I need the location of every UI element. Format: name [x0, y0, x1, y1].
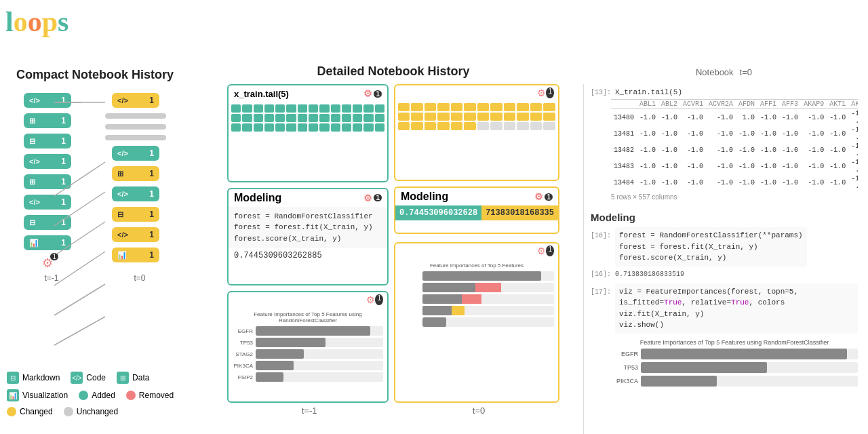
grid-cell	[490, 103, 502, 111]
bar-row: STAG2	[233, 349, 383, 359]
detail-card-xtrain: x_train.tail(5) ⚙1	[227, 84, 389, 182]
cell-pill-code-teal3[interactable]: </>1	[112, 186, 159, 201]
grid-cell	[504, 122, 516, 130]
grid-cell	[342, 123, 351, 132]
barchart-left: Feature Importances of Top 5 Features us…	[229, 307, 387, 388]
bar-row	[399, 283, 554, 292]
list-item: </>1	[112, 93, 159, 108]
bar-row	[399, 317, 554, 327]
cell-pill-code3[interactable]: </>1	[24, 195, 71, 210]
th-acvr1: ACVR1	[680, 100, 706, 109]
code-legend-label: Code	[86, 373, 106, 382]
xtrain-grid-right	[395, 100, 558, 133]
modeling-code-left: forest = RandomForestClassifier forest =…	[229, 207, 387, 249]
bar-label: FSIP2	[233, 374, 253, 380]
grid-cell	[319, 104, 329, 113]
grid-cell	[242, 123, 252, 132]
added-dot	[79, 391, 88, 400]
cell-pill-code2[interactable]: </>1	[24, 154, 71, 169]
legend-code: </> Code	[71, 372, 106, 384]
th-aff1: AFF1	[757, 100, 779, 109]
cell-pill-code-yellow2[interactable]: </>1	[112, 227, 159, 242]
gear-icon-left: ⚙1	[42, 256, 53, 271]
legend-markdown: ⊟ Markdown	[7, 372, 60, 384]
grid-cell	[490, 122, 502, 130]
unchanged-dot	[64, 407, 73, 416]
list-item: </>1	[24, 195, 71, 210]
grid-cell	[517, 113, 529, 121]
xtrain-grid	[229, 102, 387, 134]
data-legend-icon: ⊞	[117, 372, 129, 384]
cell-pill-code-yellow[interactable]: </>1	[112, 93, 159, 108]
grid-cell	[411, 103, 423, 111]
th-aff3: AFF3	[779, 100, 801, 109]
cell-pill-unchanged3[interactable]	[105, 135, 166, 140]
cell-pill-viz-yellow[interactable]: 📊1	[112, 248, 159, 262]
grid-cell	[254, 114, 263, 122]
grid-cell	[375, 123, 384, 132]
grid-cell	[242, 114, 252, 122]
th-akt2: AKT2	[848, 100, 858, 109]
cell-pill-data-yellow[interactable]: ⊞1	[112, 166, 159, 181]
markdown-icon: ⊟	[29, 218, 35, 227]
legend-data: ⊞ Data	[117, 372, 149, 384]
th-akt1: AKT1	[827, 100, 848, 109]
grid-cell	[477, 113, 490, 121]
nb-code-text: X_train.tail(5)	[615, 88, 682, 96]
legend-unchanged: Unchanged	[64, 407, 118, 416]
list-item: ⊞1	[24, 113, 71, 128]
bar-fill-gray2	[422, 283, 475, 292]
grid-cell	[517, 103, 529, 111]
legend-changed: Changed	[7, 407, 53, 416]
cell-pill-markdown[interactable]: ⊟1	[24, 134, 71, 149]
compact-notebook-section: Compact Notebook History </>1 ⊞1 ⊟1	[0, 68, 190, 420]
grid-cell	[425, 113, 437, 121]
list-item: 📊1	[112, 248, 159, 262]
nb-bar-row-egfr: EGFR	[611, 349, 858, 359]
legend: ⊟ Markdown </> Code ⊞ Data 📊 Visualizati…	[0, 368, 190, 420]
grid-cell	[517, 122, 529, 130]
nb-viz-code: viz = FeatureImportances(forest, topn=5,…	[615, 283, 858, 334]
grid-cell	[298, 104, 307, 113]
nb-table-output: ABL1 ABL2 ACVR1 ACVR2A AFDN AFF1 AFF3 AK…	[611, 99, 858, 206]
bar-track	[422, 294, 554, 304]
legend-removed: Removed	[126, 389, 174, 401]
cell-pill-code[interactable]: </>1	[24, 93, 71, 108]
notebook-content: [13]: X_train.tail(5) ABL1 ABL2 ACVR1 AC…	[583, 84, 865, 434]
cell-pill-markdown2[interactable]: ⊟1	[24, 215, 71, 230]
cell-pill-unchanged1[interactable]	[105, 113, 166, 119]
svg-line-6	[54, 284, 105, 315]
data-icon: ⊞	[117, 170, 123, 178]
cell-pill-data[interactable]: ⊞1	[24, 113, 71, 128]
nb-bar-track-tp53	[641, 362, 858, 373]
modeling-result-left: 0.7445309603262885	[229, 248, 387, 263]
th-index	[611, 100, 637, 109]
xtrain-title: x_train.tail(5)	[234, 89, 289, 99]
grid-cell	[353, 123, 362, 132]
markdown-legend-label: Markdown	[22, 373, 60, 382]
cell-pill-unchanged2[interactable]	[105, 124, 166, 130]
code-icon: </>	[29, 198, 40, 206]
grid-cell	[286, 104, 296, 113]
notebook-section: Notebook t=0 [13]: X_train.tail(5) ABL1 …	[583, 64, 865, 424]
cell-pill-code-teal2[interactable]: </>1	[112, 146, 159, 161]
grid-cell	[264, 123, 274, 132]
bar-row	[399, 271, 554, 281]
bar-fill-yellow	[452, 306, 465, 315]
cell-pill-data2[interactable]: ⊞1	[24, 174, 71, 189]
bar-label: EGFR	[233, 328, 253, 334]
viz-legend-label: Visualization	[22, 391, 68, 400]
svg-line-7	[54, 317, 105, 345]
grid-cell	[530, 103, 542, 111]
nb-code-line-16: [16]: forest = RandomForestClassifier(**…	[591, 226, 858, 268]
list-item: </>1	[112, 146, 159, 161]
detail-card-barchart-left: ⚙1 Feature Importances of Top 5 Features…	[227, 291, 389, 403]
bar-track	[256, 326, 383, 336]
grid-cell	[477, 103, 490, 111]
grid-cell	[437, 103, 450, 111]
cell-pill-viz[interactable]: 📊1	[24, 235, 71, 250]
grid-cell	[504, 103, 516, 111]
grid-cell	[543, 122, 555, 130]
bar-fill-gray3	[422, 294, 462, 304]
cell-pill-markdown-yellow[interactable]: ⊟1	[112, 207, 159, 222]
